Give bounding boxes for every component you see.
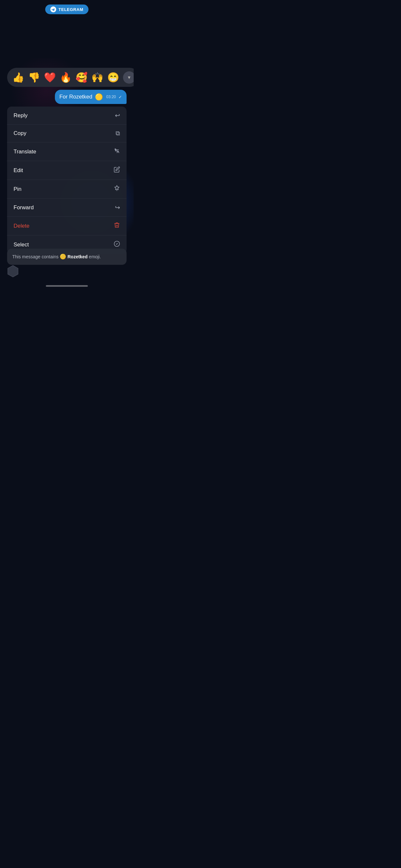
menu-select-label: Select [13, 242, 29, 248]
message-text: For Rozetked [59, 94, 92, 100]
chevron-down-icon: ▾ [128, 74, 130, 81]
menu-delete-label: Delete [13, 223, 29, 229]
message-bubble: For Rozetked 🟡 03:20 ✓ [55, 90, 127, 104]
reaction-love[interactable]: 🥰 [74, 71, 89, 84]
telegram-header-badge: TELEGRAM [45, 4, 89, 14]
menu-reply-label: Reply [13, 113, 27, 119]
pin-icon [114, 185, 120, 193]
info-bold-word: Rozetked [67, 254, 88, 259]
translate-icon [114, 148, 120, 156]
telegram-app-label: TELEGRAM [58, 7, 83, 12]
reaction-grin[interactable]: 😁 [106, 71, 120, 84]
message-rozetked-emoji: 🟡 [95, 93, 103, 101]
select-check-icon [114, 241, 120, 249]
reaction-fire[interactable]: 🔥 [58, 71, 73, 84]
context-menu: Reply ↩ Copy ⧉ Translate Edit Pin [7, 106, 127, 254]
home-indicator [46, 285, 88, 287]
menu-forward-label: Forward [13, 205, 34, 211]
telegram-logo-icon [50, 6, 56, 12]
menu-item-forward[interactable]: Forward ↪ [7, 198, 127, 217]
menu-pin-label: Pin [13, 186, 22, 192]
menu-item-delete[interactable]: Delete [7, 217, 127, 236]
menu-item-translate[interactable]: Translate [7, 143, 127, 161]
menu-translate-label: Translate [13, 149, 36, 155]
reaction-clap[interactable]: 🙌 [90, 71, 104, 84]
menu-edit-label: Edit [13, 167, 23, 174]
menu-item-copy[interactable]: Copy ⧉ [7, 125, 127, 143]
copy-icon: ⧉ [116, 130, 120, 137]
menu-item-reply[interactable]: Reply ↩ [7, 106, 127, 125]
menu-copy-label: Copy [13, 130, 27, 136]
reply-icon: ↩ [115, 112, 120, 119]
reaction-more-button[interactable]: ▾ [123, 71, 134, 84]
reaction-bar: 👍 👎 ❤️ 🔥 🥰 🙌 😁 ▾ [7, 68, 134, 87]
reaction-thumbsdown[interactable]: 👎 [27, 71, 41, 84]
edit-icon [114, 166, 120, 175]
info-notice-text: This message contains 🟡 Rozetked emoji. [12, 253, 121, 260]
bottom-hex-icon [6, 264, 20, 280]
reaction-thumbsup[interactable]: 👍 [11, 71, 26, 84]
info-notice: This message contains 🟡 Rozetked emoji. [7, 249, 127, 265]
trash-icon [114, 222, 120, 230]
reaction-heart[interactable]: ❤️ [42, 71, 57, 84]
menu-item-pin[interactable]: Pin [7, 180, 127, 198]
svg-marker-2 [8, 266, 18, 277]
forward-icon: ↪ [115, 204, 120, 211]
info-prefix: This message contains [12, 254, 60, 259]
message-read-check: ✓ [119, 95, 122, 99]
message-timestamp: 03:20 [106, 95, 116, 99]
menu-item-edit[interactable]: Edit [7, 161, 127, 180]
info-rozetked-emoji: 🟡 [60, 254, 66, 259]
info-suffix: emoji. [89, 254, 101, 259]
